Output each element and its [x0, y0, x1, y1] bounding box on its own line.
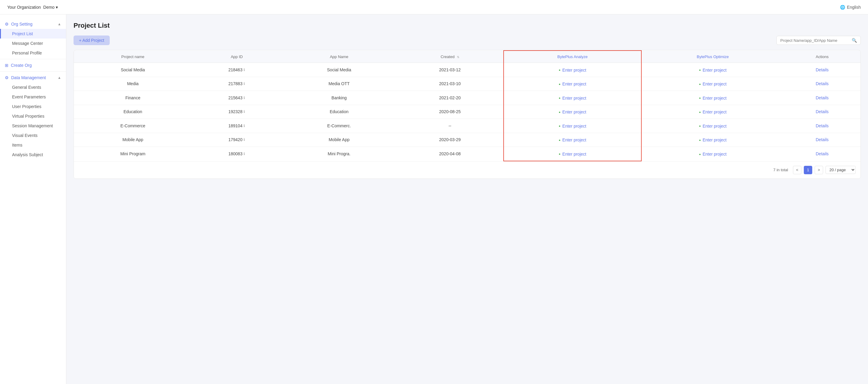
cell-created: 2020-04-08 [397, 147, 504, 161]
details-link[interactable]: Details [816, 151, 829, 156]
cell-byteplus-analyze: ● Enter project [504, 147, 641, 161]
sidebar-item-label: Visual Events [12, 133, 38, 138]
cell-app-id: 218463 ℹ [192, 63, 282, 77]
sidebar-item-analysis-subject[interactable]: Analysis Subject [0, 150, 66, 160]
enter-project-analyze-link[interactable]: ● Enter project [559, 152, 586, 156]
chevron-up-icon-data: ▲ [58, 75, 61, 80]
cell-project-name: Mobile App [74, 133, 192, 147]
enter-project-optimize-link[interactable]: ● Enter project [699, 138, 726, 142]
cell-byteplus-optimize: ● Enter project [641, 147, 784, 161]
cell-actions: Details [784, 63, 861, 77]
cell-project-name: E-Commerce [74, 119, 192, 133]
status-dot: ● [559, 82, 561, 86]
enter-project-analyze-link[interactable]: ● Enter project [559, 138, 586, 142]
details-link[interactable]: Details [816, 95, 829, 100]
details-link[interactable]: Details [816, 81, 829, 86]
enter-project-analyze-link[interactable]: ● Enter project [559, 68, 586, 73]
status-dot: ● [699, 82, 701, 86]
pagination-total: 7 in total [773, 168, 788, 172]
cell-actions: Details [784, 119, 861, 133]
cell-project-name: Media [74, 77, 192, 91]
sidebar-item-label: Session Management [12, 124, 53, 128]
create-org-icon: ⊞ [5, 63, 8, 68]
enter-project-analyze-link[interactable]: ● Enter project [559, 81, 586, 86]
page-size-select[interactable]: 20 / page 50 / page 100 / page [826, 166, 856, 174]
enter-project-optimize-link[interactable]: ● Enter project [699, 152, 726, 156]
next-page-button[interactable]: > [815, 166, 823, 174]
cell-app-name: Education [282, 105, 397, 119]
org-demo-dropdown[interactable]: Demo ▾ [43, 5, 58, 10]
create-org-label: Create Org [11, 63, 32, 68]
sidebar-item-personal-profile[interactable]: Personal Profile [0, 48, 66, 58]
language-label: English [847, 5, 861, 10]
page-1-button[interactable]: 1 [804, 166, 812, 174]
status-dot: ● [559, 152, 561, 155]
sidebar-item-general-events[interactable]: General Events [0, 82, 66, 92]
table-row: Media 217883 ℹ Media OTT 2021-03-10 ● En… [74, 77, 861, 91]
toolbar: + Add Project 🔍 [73, 36, 861, 45]
info-icon[interactable]: ℹ [244, 68, 245, 72]
sidebar-item-visual-events[interactable]: Visual Events [0, 131, 66, 140]
status-dot: ● [559, 138, 561, 142]
sidebar-section-data-management[interactable]: ⚙ Data Management ▲ [0, 73, 66, 82]
sidebar-item-project-list[interactable]: Project List [0, 29, 66, 38]
enter-project-optimize-link[interactable]: ● Enter project [699, 96, 726, 101]
col-created[interactable]: Created ⇅ [397, 50, 504, 63]
sidebar-item-user-properties[interactable]: User Properties [0, 102, 66, 111]
details-link[interactable]: Details [816, 67, 829, 72]
col-app-name: App Name [282, 50, 397, 63]
sidebar-item-session-management[interactable]: Session Management [0, 121, 66, 131]
add-project-button[interactable]: + Add Project [73, 36, 110, 45]
details-link[interactable]: Details [816, 137, 829, 142]
cell-created: 2021-03-10 [397, 77, 504, 91]
sidebar-item-label: Virtual Properties [12, 114, 44, 118]
sidebar-item-label: Analysis Subject [12, 152, 43, 157]
status-dot: ● [699, 96, 701, 100]
enter-project-analyze-link[interactable]: ● Enter project [559, 96, 586, 101]
cell-byteplus-analyze: ● Enter project [504, 105, 641, 119]
cell-app-id: 180083 ℹ [192, 147, 282, 161]
sidebar-section-org-setting[interactable]: ⚙ Org Setting ▲ [0, 19, 66, 29]
sidebar-item-items[interactable]: Items [0, 140, 66, 150]
sidebar-item-label: Personal Profile [12, 50, 42, 56]
data-management-label: Data Management [11, 75, 46, 80]
sidebar-item-label: General Events [12, 85, 41, 90]
col-actions: Actions [784, 50, 861, 63]
info-icon[interactable]: ℹ [244, 81, 245, 86]
enter-project-analyze-link[interactable]: ● Enter project [559, 124, 586, 129]
sidebar-item-label: Message Center [12, 41, 43, 46]
table-row: Education 192328 ℹ Education 2020-08-25 … [74, 105, 861, 119]
enter-project-optimize-link[interactable]: ● Enter project [699, 68, 726, 73]
language-selector[interactable]: 🌐 English [840, 5, 861, 10]
sidebar-item-virtual-properties[interactable]: Virtual Properties [0, 111, 66, 121]
status-dot: ● [699, 152, 701, 156]
col-byteplus-analyze[interactable]: BytePlus Analyze [504, 50, 641, 63]
sidebar-item-event-parameters[interactable]: Event Parameters [0, 92, 66, 102]
cell-byteplus-optimize: ● Enter project [641, 105, 784, 119]
globe-icon: 🌐 [840, 5, 845, 10]
table-row: Mobile App 179420 ℹ Mobile App 2020-03-2… [74, 133, 861, 147]
org-setting-label: Org Setting [11, 22, 33, 27]
col-app-id: App ID [192, 50, 282, 63]
enter-project-analyze-link[interactable]: ● Enter project [559, 109, 586, 114]
info-icon[interactable]: ℹ [244, 138, 245, 142]
info-icon[interactable]: ℹ [244, 152, 245, 156]
cell-byteplus-optimize: ● Enter project [641, 133, 784, 147]
enter-project-optimize-link[interactable]: ● Enter project [699, 81, 726, 86]
prev-page-button[interactable]: < [793, 166, 801, 174]
info-icon[interactable]: ℹ [244, 109, 245, 114]
sidebar-create-org[interactable]: ⊞ Create Org [0, 61, 66, 70]
details-link[interactable]: Details [816, 109, 829, 114]
info-icon[interactable]: ℹ [244, 124, 245, 128]
pagination: 7 in total < 1 > 20 / page 50 / page 100… [74, 161, 861, 178]
enter-project-optimize-link[interactable]: ● Enter project [699, 124, 726, 129]
enter-project-optimize-link[interactable]: ● Enter project [699, 109, 726, 114]
details-link[interactable]: Details [816, 124, 829, 128]
info-icon[interactable]: ℹ [244, 96, 245, 100]
sidebar-item-message-center[interactable]: Message Center [0, 38, 66, 48]
status-dot: ● [559, 96, 561, 100]
search-input[interactable] [780, 38, 849, 43]
cell-byteplus-analyze: ● Enter project [504, 77, 641, 91]
top-nav-left: Your Organization Demo ▾ [7, 5, 58, 10]
status-dot: ● [559, 124, 561, 128]
